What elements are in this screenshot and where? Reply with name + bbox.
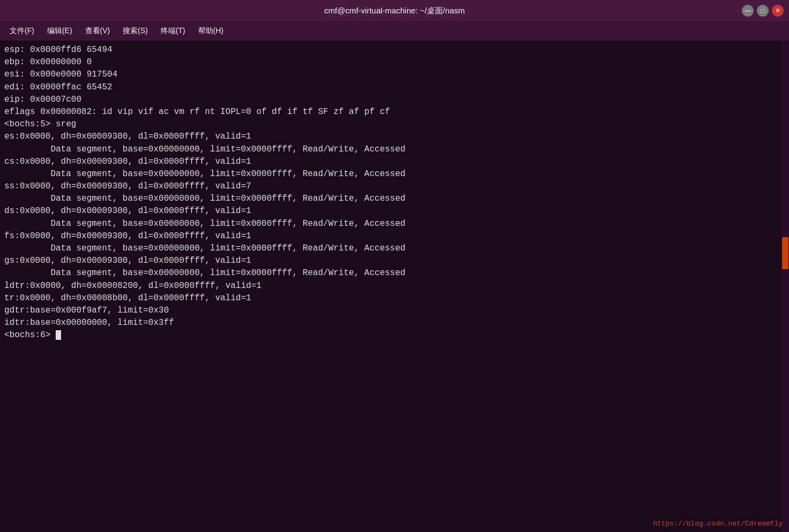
terminal-line: edi: 0x0000ffac 65452	[4, 81, 785, 94]
terminal-line: <bochs:6>	[4, 329, 785, 341]
terminal-line: <bochs:5> sreg	[4, 118, 785, 131]
terminal-line: esp: 0x0000ffd6 65494	[4, 44, 785, 56]
terminal-output: esp: 0x0000ffd6 65494ebp: 0x00000000 0es…	[4, 44, 785, 342]
window-title: cmf@cmf-virtual-machine: ~/桌面/nasm	[324, 6, 464, 16]
scrollbar-thumb[interactable]	[782, 237, 788, 269]
scrollbar[interactable]	[782, 41, 789, 532]
terminal-line: eflags 0x00000082: id vip vif ac vm rf n…	[4, 106, 785, 118]
menu-view[interactable]: 查看(V)	[80, 24, 116, 38]
terminal-line: fs:0x0000, dh=0x00009300, dl=0x0000ffff,…	[4, 230, 785, 242]
terminal-line: Data segment, base=0x00000000, limit=0x0…	[4, 143, 785, 156]
terminal-line: Data segment, base=0x00000000, limit=0x0…	[4, 242, 785, 255]
terminal-window: cmf@cmf-virtual-machine: ~/桌面/nasm — □ ✕…	[0, 0, 789, 532]
terminal-line: idtr:base=0x00000000, limit=0x3ff	[4, 317, 785, 329]
terminal-line: Data segment, base=0x00000000, limit=0x0…	[4, 267, 785, 279]
terminal-line: cs:0x0000, dh=0x00009300, dl=0x0000ffff,…	[4, 156, 785, 168]
close-button[interactable]: ✕	[772, 5, 784, 17]
terminal-line: Data segment, base=0x00000000, limit=0x0…	[4, 168, 785, 180]
terminal-line: Data segment, base=0x00000000, limit=0x0…	[4, 218, 785, 230]
menu-bar: 文件(F) 编辑(E) 查看(V) 搜索(S) 终端(T) 帮助(H)	[0, 21, 789, 41]
terminal-line: ebp: 0x00000000 0	[4, 56, 785, 69]
terminal-body[interactable]: esp: 0x0000ffd6 65494ebp: 0x00000000 0es…	[0, 41, 789, 532]
watermark: https://blog.csdn.net/Cdreamfly	[653, 520, 783, 528]
menu-search[interactable]: 搜索(S)	[117, 24, 153, 38]
terminal-line: ldtr:0x0000, dh=0x00008200, dl=0x0000fff…	[4, 280, 785, 292]
menu-edit[interactable]: 编辑(E)	[42, 24, 78, 38]
terminal-line: eip: 0x00007c00	[4, 94, 785, 106]
terminal-line: esi: 0x000e0000 917504	[4, 69, 785, 81]
terminal-line: Data segment, base=0x00000000, limit=0x0…	[4, 193, 785, 205]
menu-help[interactable]: 帮助(H)	[193, 24, 229, 38]
maximize-button[interactable]: □	[757, 5, 769, 17]
terminal-line: es:0x0000, dh=0x00009300, dl=0x0000ffff,…	[4, 131, 785, 143]
menu-terminal[interactable]: 终端(T)	[155, 24, 191, 38]
terminal-line: gs:0x0000, dh=0x00009300, dl=0x0000ffff,…	[4, 255, 785, 267]
window-controls: — □ ✕	[742, 5, 784, 17]
terminal-cursor	[56, 330, 61, 340]
menu-file[interactable]: 文件(F)	[4, 24, 40, 38]
terminal-line: gdtr:base=0x000f9af7, limit=0x30	[4, 305, 785, 317]
minimize-button[interactable]: —	[742, 5, 754, 17]
terminal-line: ss:0x0000, dh=0x00009300, dl=0x0000ffff,…	[4, 180, 785, 193]
terminal-line: ds:0x0000, dh=0x00009300, dl=0x0000ffff,…	[4, 205, 785, 217]
title-bar: cmf@cmf-virtual-machine: ~/桌面/nasm — □ ✕	[0, 0, 789, 21]
terminal-line: tr:0x0000, dh=0x00008b00, dl=0x0000ffff,…	[4, 292, 785, 305]
